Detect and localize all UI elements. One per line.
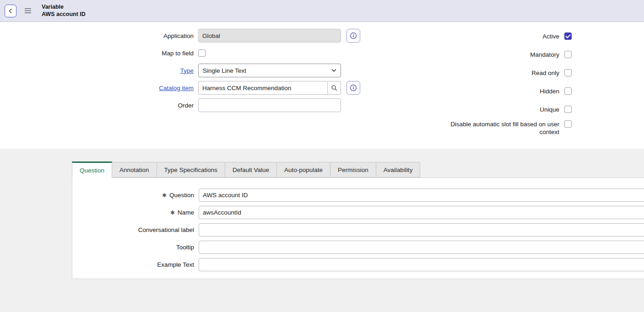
catalog-item-label: Catalog item [0, 85, 198, 91]
variable-form: Application Map to field Type Single Lin… [0, 22, 644, 149]
name-label-text: Name [178, 209, 194, 216]
catalog-item-info-button[interactable] [346, 81, 360, 95]
type-label-link[interactable]: Type [180, 67, 194, 74]
active-row: Active [444, 27, 572, 45]
tab-type-specifications[interactable]: Type Specifications [157, 162, 225, 178]
question-tab-panel: ✱ Question ✱ Name ✱ Conversational label… [72, 178, 644, 279]
order-row: Order [0, 98, 366, 112]
catalog-item-reference-field [198, 81, 341, 95]
page-title: Variable AWS account ID [42, 4, 86, 18]
form-left-column: Application Map to field Type Single Lin… [0, 29, 366, 149]
back-button[interactable] [5, 5, 16, 17]
tooltip-row: ✱ Tooltip [72, 241, 644, 254]
application-info-button[interactable] [346, 29, 360, 43]
conversational-label-text: Conversational label [138, 226, 194, 233]
disable-slot-fill-row: Disable automatic slot fill based on use… [444, 118, 572, 137]
disable-slot-fill-checkbox[interactable] [564, 120, 572, 128]
application-label: Application [0, 32, 198, 39]
unique-checkbox[interactable] [564, 106, 572, 113]
application-input [198, 29, 341, 43]
hidden-checkbox[interactable] [564, 87, 572, 95]
example-text-input[interactable] [199, 258, 644, 271]
form-flags-column: Active Mandatory Read only Hidden Unique… [366, 27, 644, 149]
example-text-label-text: Example Text [157, 261, 194, 268]
tooltip-label-text: Tooltip [176, 244, 194, 251]
info-icon [350, 84, 357, 91]
example-text-row: ✱ Example Text [72, 258, 644, 271]
mandatory-checkbox[interactable] [564, 51, 572, 58]
tooltip-label: ✱ Tooltip [72, 244, 199, 251]
order-input[interactable] [198, 98, 341, 112]
read-only-row: Read only [444, 64, 572, 82]
info-icon [350, 32, 357, 39]
search-icon [331, 85, 337, 91]
catalog-item-label-link[interactable]: Catalog item [159, 85, 194, 91]
read-only-checkbox[interactable] [564, 69, 572, 76]
tab-availability[interactable]: Availability [376, 162, 421, 178]
hamburger-menu-icon[interactable] [24, 8, 32, 14]
active-label: Active [444, 32, 559, 40]
type-label: Type [0, 67, 198, 74]
name-input[interactable] [199, 206, 644, 219]
name-row: ✱ Name [72, 206, 644, 219]
tab-question[interactable]: Question [72, 161, 112, 178]
map-to-field-row: Map to field [0, 46, 366, 60]
tab-auto-populate[interactable]: Auto-populate [276, 162, 330, 178]
question-label: ✱ Question [72, 192, 199, 199]
tab-annotation[interactable]: Annotation [112, 162, 157, 178]
type-row: Type Single Line Text [0, 64, 366, 77]
hidden-row: Hidden [444, 82, 572, 100]
tooltip-input[interactable] [199, 241, 644, 254]
order-label: Order [0, 102, 198, 109]
tab-default-value[interactable]: Default Value [225, 162, 277, 178]
conversational-label-input[interactable] [199, 223, 644, 237]
active-checkbox[interactable] [564, 32, 572, 40]
hidden-label: Hidden [444, 87, 559, 95]
mandatory-indicator-icon: ✱ [162, 192, 167, 199]
question-input[interactable] [199, 188, 644, 202]
map-to-field-label: Map to field [0, 50, 198, 57]
example-text-label: ✱ Example Text [72, 261, 199, 268]
tabbed-section: Question Annotation Type Specifications … [0, 149, 644, 312]
conversational-label-label: ✱ Conversational label [72, 226, 199, 233]
question-label-text: Question [169, 192, 194, 199]
chevron-left-icon [7, 8, 14, 14]
mandatory-row: Mandatory [444, 45, 572, 64]
unique-label: Unique [444, 106, 559, 113]
read-only-label: Read only [444, 69, 559, 77]
header-bar: Variable AWS account ID [0, 0, 644, 22]
unique-row: Unique [444, 100, 572, 118]
application-row: Application [0, 29, 366, 43]
mandatory-label: Mandatory [444, 51, 559, 59]
catalog-item-row: Catalog item [0, 81, 366, 95]
type-select-value: Single Line Text [203, 67, 246, 74]
record-type-title: Variable [42, 4, 86, 11]
disable-slot-fill-label: Disable automatic slot fill based on use… [444, 120, 559, 136]
chevron-down-icon [331, 69, 336, 72]
conversational-label-row: ✱ Conversational label [72, 223, 644, 237]
type-select[interactable]: Single Line Text [198, 64, 341, 77]
name-label: ✱ Name [72, 209, 199, 216]
mandatory-indicator-icon: ✱ [170, 210, 175, 216]
catalog-item-input[interactable] [198, 81, 328, 95]
question-row: ✱ Question [72, 188, 644, 202]
catalog-item-lookup-button[interactable] [327, 81, 341, 95]
map-to-field-checkbox[interactable] [198, 49, 206, 57]
record-name-title: AWS account ID [42, 11, 86, 18]
tab-strip: Question Annotation Type Specifications … [72, 161, 644, 178]
tab-permission[interactable]: Permission [330, 162, 376, 178]
